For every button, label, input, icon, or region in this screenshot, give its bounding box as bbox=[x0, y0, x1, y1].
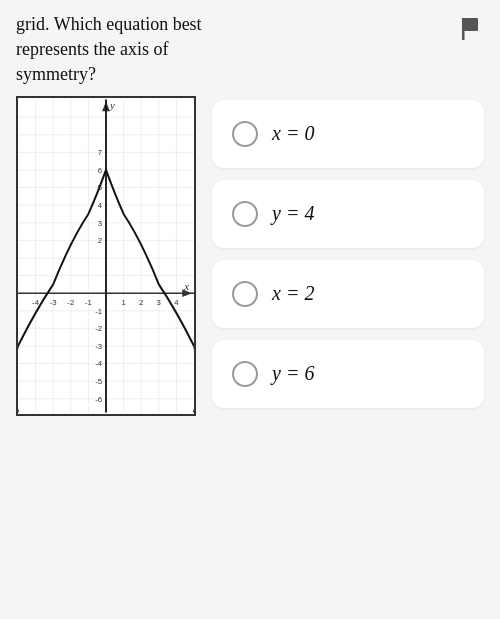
svg-text:-3: -3 bbox=[50, 297, 57, 306]
graph-svg: y x -4 -3 -2 -1 1 2 3 4 2 3 4 5 6 bbox=[18, 98, 194, 414]
option-2[interactable]: y = 4 bbox=[212, 180, 484, 248]
option-4-label: y = 6 bbox=[272, 362, 314, 385]
option-3-label: x = 2 bbox=[272, 282, 314, 305]
svg-text:-2: -2 bbox=[95, 324, 102, 333]
option-3-radio[interactable] bbox=[232, 281, 258, 307]
graph-container: y x -4 -3 -2 -1 1 2 3 4 2 3 4 5 6 bbox=[16, 96, 196, 416]
main-content: y x -4 -3 -2 -1 1 2 3 4 2 3 4 5 6 bbox=[0, 96, 500, 432]
svg-text:6: 6 bbox=[98, 165, 102, 174]
option-2-radio[interactable] bbox=[232, 201, 258, 227]
svg-text:3: 3 bbox=[98, 218, 102, 227]
svg-text:-6: -6 bbox=[95, 394, 102, 403]
svg-text:-2: -2 bbox=[67, 297, 74, 306]
top-bar: grid. Which equation best represents the… bbox=[0, 0, 500, 96]
svg-text:-5: -5 bbox=[95, 377, 103, 386]
option-1[interactable]: x = 0 bbox=[212, 100, 484, 168]
svg-rect-1 bbox=[462, 18, 465, 40]
x-axis-label: x bbox=[183, 280, 189, 292]
svg-text:1: 1 bbox=[121, 297, 125, 306]
option-3[interactable]: x = 2 bbox=[212, 260, 484, 328]
svg-text:7: 7 bbox=[98, 148, 102, 157]
flag-icon[interactable] bbox=[456, 14, 484, 42]
option-4[interactable]: y = 6 bbox=[212, 340, 484, 408]
option-1-radio[interactable] bbox=[232, 121, 258, 147]
svg-text:-4: -4 bbox=[95, 359, 103, 368]
svg-text:2: 2 bbox=[139, 297, 143, 306]
question-text: grid. Which equation best represents the… bbox=[16, 12, 216, 88]
svg-text:4: 4 bbox=[98, 201, 103, 210]
svg-text:2: 2 bbox=[98, 236, 102, 245]
option-4-radio[interactable] bbox=[232, 361, 258, 387]
svg-text:-1: -1 bbox=[95, 306, 102, 315]
options-container: x = 0 y = 4 x = 2 y = 6 bbox=[212, 96, 484, 416]
svg-text:3: 3 bbox=[157, 297, 161, 306]
svg-text:4: 4 bbox=[174, 297, 179, 306]
svg-text:-1: -1 bbox=[85, 297, 92, 306]
option-1-label: x = 0 bbox=[272, 122, 314, 145]
svg-text:-4: -4 bbox=[32, 297, 40, 306]
option-2-label: y = 4 bbox=[272, 202, 314, 225]
y-axis-label: y bbox=[109, 99, 115, 111]
svg-text:-3: -3 bbox=[95, 341, 102, 350]
